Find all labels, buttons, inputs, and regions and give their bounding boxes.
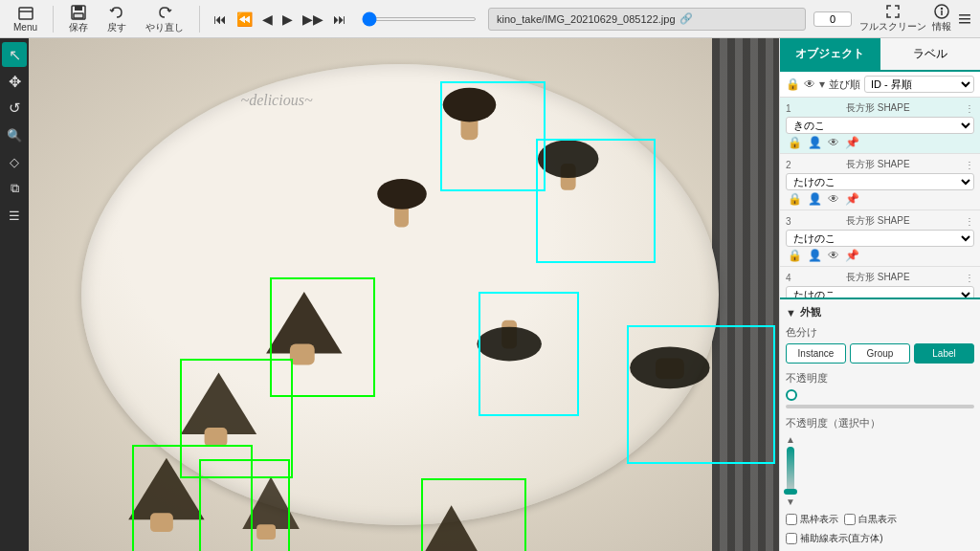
chevron-down-icon: ▼ [786,307,796,319]
object-item-4: 4 長方形 SHAPE ⋮ たけのこ 🔒 👤 👁 📌 [780,267,980,298]
separator-1 [53,6,54,33]
fullscreen-label: フルスクリーン [859,20,926,33]
person-icon-3[interactable]: 👤 [808,249,822,262]
filename-text: kino_take/IMG_20210629_085122.jpg [497,13,676,25]
obj-more-4[interactable]: ⋮ [965,273,974,283]
frame-input[interactable] [813,11,852,27]
obj-id-2: 2 [786,160,791,170]
instance-btn[interactable]: Instance [786,343,846,364]
move-tool[interactable]: ✥ [2,69,27,94]
obj-label-select-4[interactable]: たけのこ [786,286,974,298]
bw-label: 白黒表示 [858,513,897,526]
obj-shape-4: 長方形 SHAPE [846,271,910,284]
obj-label-row-2: たけのこ [786,173,974,190]
redo-button[interactable]: やり直し [140,2,189,36]
canvas-area[interactable]: ~delicious~ [29,38,779,551]
undo-button[interactable]: 戻す [101,2,132,36]
obj-more-1[interactable]: ⋮ [965,103,974,114]
eye-icon-1[interactable]: 👁 [828,136,839,149]
toolbar: Menu 保存 戻す やり直し ⏮ ⏪ ◀ ▶ ▶▶ ⏭ [0,0,980,38]
checkbox-row: 黒枠表示 白黒表示 補助線表示(直方体) [786,513,974,545]
nav-prev-fast[interactable]: ⏪ [233,10,256,29]
slider-thumb[interactable] [784,489,797,495]
obj-label-select-1[interactable]: きのこ [786,117,974,134]
pin-icon-2[interactable]: 📌 [845,192,859,206]
pin-icon-1[interactable]: 📌 [845,136,859,149]
main-area: ↖ ✥ ↺ 🔍 ◇ ⧉ ☰ ~delicious~ [0,38,980,551]
eye-icon-2[interactable]: 👁 [828,192,839,206]
obj-label-row-1: きのこ [786,117,974,134]
opacity-dot [786,389,797,401]
guideline-checkbox: 補助線表示(直方体) [786,532,883,545]
nav-next[interactable]: ▶▶ [299,10,327,29]
info-button[interactable]: 情報 [932,4,951,33]
obj-more-2[interactable]: ⋮ [965,160,974,170]
svg-rect-8 [959,14,970,16]
blackframe-label: 黒枠表示 [800,513,838,526]
menu-icon-button[interactable] [957,11,972,27]
obj-more-3[interactable]: ⋮ [965,216,974,227]
nav-play[interactable]: ▶ [278,10,297,29]
label-btn[interactable]: Label [914,343,974,364]
svg-rect-10 [959,22,970,24]
eye-icon-3[interactable]: 👁 [828,249,839,262]
bw-input[interactable] [844,514,856,525]
plate: ~delicious~ [81,64,719,525]
menu-label: Menu [13,22,37,33]
progress-slider[interactable] [362,17,477,21]
lock-icon-3[interactable]: 🔒 [788,249,802,262]
svg-point-7 [942,9,943,10]
plate-text: ~delicious~ [240,92,312,109]
svg-rect-22 [150,513,173,532]
tab-objects[interactable]: オブジェクト [780,38,880,70]
appearance-label: 外観 [800,305,821,320]
obj-header-1: 1 長方形 SHAPE ⋮ [786,101,974,115]
obj-label-row-4: たけのこ [786,286,974,298]
obj-label-row-3: たけのこ [786,230,974,247]
lock-icon-2[interactable]: 🔒 [788,192,802,206]
lock-icon-1[interactable]: 🔒 [788,136,802,149]
person-icon-2[interactable]: 👤 [808,192,822,206]
obj-id-4: 4 [786,273,791,283]
object-item-3: 3 長方形 SHAPE ⋮ たけのこ 🔒 👤 👁 📌 [780,210,980,267]
group-btn[interactable]: Group [850,343,910,364]
person-icon-1[interactable]: 👤 [808,136,822,149]
separator-2 [199,6,200,33]
vertical-slider-area: ▲ ▼ [786,434,974,507]
tag-tool[interactable]: ◇ [2,149,27,174]
obj-icons-1: 🔒 👤 👁 📌 [786,136,974,149]
obj-header-4: 4 長方形 SHAPE ⋮ [786,271,974,284]
slider-container: ▲ ▼ [786,434,795,507]
appearance-section: ▼ 外観 色分け Instance Group Label 不透明度 不透明度（… [780,298,980,551]
obj-shape-3: 長方形 SHAPE [846,214,910,228]
pin-icon-3[interactable]: 📌 [845,249,859,262]
zoom-tool[interactable]: 🔍 [2,122,27,147]
nav-last[interactable]: ⏭ [329,10,350,29]
list-tool[interactable]: ☰ [2,203,27,228]
obj-label-select-2[interactable]: たけのこ [786,173,974,190]
nav-controls: ⏮ ⏪ ◀ ▶ ▶▶ ⏭ [210,10,350,29]
copy-tool[interactable]: ⧉ [2,176,27,201]
opacity-label: 不透明度 [786,371,974,386]
obj-header-3: 3 長方形 SHAPE ⋮ [786,214,974,228]
nav-prev[interactable]: ◀ [258,10,277,29]
menu-button[interactable]: Menu [8,3,43,34]
nav-first[interactable]: ⏮ [210,10,231,29]
guideline-label: 補助線表示(直方体) [800,532,883,545]
redo-label: やり直し [145,21,184,34]
guideline-input[interactable] [786,533,797,544]
obj-label-select-3[interactable]: たけのこ [786,230,974,247]
fullscreen-button[interactable]: フルスクリーン [859,4,926,33]
blackframe-input[interactable] [786,514,797,525]
eye-icon: 👁 [804,77,815,91]
chevron-icon: ▾ [819,77,825,91]
appearance-header[interactable]: ▼ 外観 [786,305,974,320]
opacity-selected-label: 不透明度（選択中） [786,416,974,430]
cursor-tool[interactable]: ↖ [2,42,27,67]
right-panel: オブジェクト ラベル 🔒 👁 ▾ 並び順 ID - 昇順 ID - 降順 1 長… [779,38,980,551]
tab-labels[interactable]: ラベル [880,38,981,70]
object-item-1: 1 長方形 SHAPE ⋮ きのこ 🔒 👤 👁 📌 [780,98,980,154]
sort-select[interactable]: ID - 昇順 ID - 降順 [864,76,974,93]
save-button[interactable]: 保存 [63,2,94,36]
undo-tool[interactable]: ↺ [2,96,27,121]
